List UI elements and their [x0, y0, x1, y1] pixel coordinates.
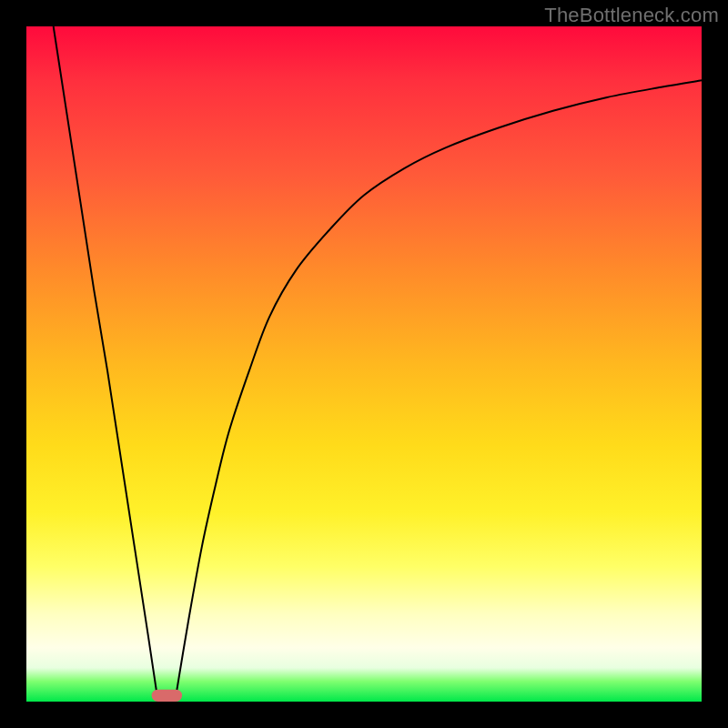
chart-svg — [26, 26, 702, 702]
curve-group — [54, 26, 702, 702]
minimum-marker — [152, 690, 182, 702]
watermark-text: TheBottleneck.com — [544, 4, 719, 27]
curve-right — [175, 80, 702, 702]
curve-left — [54, 26, 158, 702]
chart-frame: TheBottleneck.com — [0, 0, 728, 728]
